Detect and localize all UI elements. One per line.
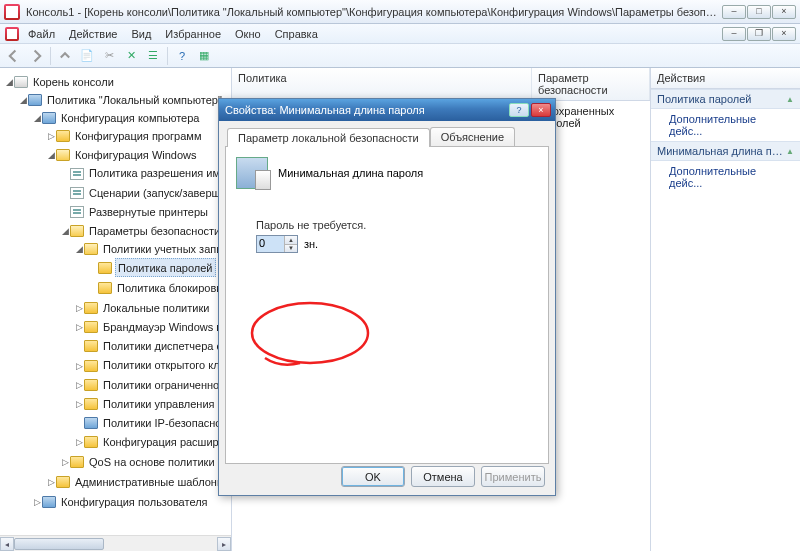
- child-close-button[interactable]: ×: [772, 27, 796, 41]
- menu-window[interactable]: Окно: [229, 26, 267, 42]
- tree-admtmpl[interactable]: Административные шаблоны: [75, 476, 225, 488]
- policy-name-label: Минимальная длина пароля: [278, 167, 423, 179]
- tree-netmgr[interactable]: Политики диспетчера спи: [103, 340, 231, 352]
- tree-acctpol[interactable]: Политики учетных записе: [103, 243, 231, 255]
- tree-lockpol[interactable]: Политика блокировки: [117, 282, 227, 294]
- folder-icon: [84, 360, 98, 372]
- menu-help[interactable]: Справка: [269, 26, 324, 42]
- folder-icon: [98, 262, 112, 274]
- toolbar: 📄 ✂ ✕ ☰ ? ▦: [0, 44, 800, 68]
- policy-large-icon: [236, 157, 268, 189]
- close-button[interactable]: ×: [772, 5, 796, 19]
- tree-pwdpol[interactable]: Политика паролей: [118, 262, 213, 274]
- dialog-titlebar[interactable]: Свойства: Минимальная длина пароля ? ×: [219, 99, 555, 121]
- child-restore-button[interactable]: ❐: [747, 27, 771, 41]
- apply-button[interactable]: Применить: [481, 466, 545, 487]
- view-button[interactable]: ▦: [194, 46, 214, 66]
- col-param[interactable]: Параметр безопасности: [532, 68, 650, 100]
- tab-local-security[interactable]: Параметр локальной безопасности: [227, 128, 430, 147]
- menu-favorites[interactable]: Избранное: [159, 26, 227, 42]
- app-icon: [4, 4, 20, 20]
- dialog-title: Свойства: Минимальная длина пароля: [223, 104, 509, 116]
- tree-winconf[interactable]: Конфигурация Windows: [75, 149, 197, 161]
- folder-icon: [56, 149, 70, 161]
- folder-icon: [84, 243, 98, 255]
- spinner-value[interactable]: 0: [257, 236, 284, 252]
- menu-file[interactable]: Файл: [22, 26, 61, 42]
- tree-userconf[interactable]: Конфигурация пользователя: [61, 496, 208, 508]
- window-titlebar: Консоль1 - [Корень консоли\Политика "Лок…: [0, 0, 800, 24]
- folder-icon: [84, 340, 98, 352]
- ipsec-icon: [84, 417, 98, 429]
- tree-compconf[interactable]: Конфигурация компьютера: [61, 112, 199, 124]
- menubar: Файл Действие Вид Избранное Окно Справка…: [0, 24, 800, 44]
- tree-nameres[interactable]: Политика разрешения имен: [89, 168, 231, 180]
- tree-secsettings[interactable]: Параметры безопасности: [89, 225, 220, 237]
- qos-icon: [70, 456, 84, 468]
- col-policy[interactable]: Политика: [232, 68, 532, 100]
- tree-restricted[interactable]: Политики ограниченного: [103, 379, 229, 391]
- tree-swsettings[interactable]: Конфигурация программ: [75, 130, 201, 142]
- tree-policy[interactable]: Политика "Локальный компьютер": [47, 94, 222, 106]
- policy-icon: [28, 94, 42, 106]
- tree-pubkey[interactable]: Политики открытого клю: [103, 360, 228, 372]
- value-spinner[interactable]: 0 ▲ ▼: [256, 235, 298, 253]
- computer-icon: [42, 112, 56, 124]
- properties-button[interactable]: ☰: [143, 46, 163, 66]
- toolbar-folder-icon[interactable]: 📄: [77, 46, 97, 66]
- app-menu-icon: [4, 26, 20, 42]
- doc-icon: [70, 168, 84, 180]
- child-minimize-button[interactable]: –: [722, 27, 746, 41]
- printer-icon: [70, 206, 84, 218]
- actions-group-2[interactable]: Минимальная длина пароля▲: [651, 141, 800, 161]
- tree-ipsec[interactable]: Политики IP-безопасност: [103, 417, 231, 429]
- actions-link-1[interactable]: Дополнительные дейс...: [651, 109, 800, 141]
- actions-group-1[interactable]: Политика паролей▲: [651, 89, 800, 109]
- doc-icon: [70, 187, 84, 199]
- actions-header: Действия: [651, 68, 800, 89]
- up-button[interactable]: [55, 46, 75, 66]
- tree-advaudit[interactable]: Конфигурация расширен: [103, 436, 231, 448]
- folder-icon: [84, 436, 98, 448]
- tree-qos[interactable]: QoS на основе политики: [89, 456, 215, 468]
- chevron-up-icon: ▲: [786, 95, 794, 104]
- ok-button[interactable]: OK: [341, 466, 405, 487]
- tree-pane: ◢Корень консоли ◢Политика "Локальный ком…: [0, 68, 232, 551]
- nav-back-button[interactable]: [4, 46, 24, 66]
- cancel-button[interactable]: Отмена: [411, 466, 475, 487]
- scroll-right-button[interactable]: ▸: [217, 537, 231, 551]
- tree-firewall[interactable]: Брандмауэр Windows в ре: [103, 321, 231, 333]
- tree-localp[interactable]: Локальные политики: [103, 302, 209, 314]
- nav-forward-button[interactable]: [26, 46, 46, 66]
- delete-button[interactable]: ✕: [121, 46, 141, 66]
- tree-appctrl[interactable]: Политики управления при: [103, 398, 231, 410]
- tree-horizontal-scrollbar[interactable]: ◂ ▸: [0, 535, 231, 551]
- menu-action[interactable]: Действие: [63, 26, 123, 42]
- folder-icon: [84, 321, 98, 333]
- maximize-button[interactable]: □: [747, 5, 771, 19]
- scroll-thumb[interactable]: [14, 538, 104, 550]
- help-button[interactable]: ?: [172, 46, 192, 66]
- dialog-tabstrip: Параметр локальной безопасности Объяснен…: [227, 127, 549, 146]
- menu-view[interactable]: Вид: [125, 26, 157, 42]
- folder-icon: [84, 302, 98, 314]
- tree-root[interactable]: Корень консоли: [33, 76, 114, 88]
- folder-icon: [84, 379, 98, 391]
- chevron-up-icon: ▲: [786, 147, 794, 156]
- folder-icon: [84, 398, 98, 410]
- minimize-button[interactable]: –: [722, 5, 746, 19]
- console-tree[interactable]: ◢Корень консоли ◢Политика "Локальный ком…: [0, 72, 231, 513]
- dialog-help-button[interactable]: ?: [509, 103, 529, 117]
- spinner-down-button[interactable]: ▼: [284, 244, 297, 253]
- unit-label: зн.: [304, 238, 318, 250]
- tree-scripts[interactable]: Сценарии (запуск/завершени: [89, 187, 231, 199]
- scroll-left-button[interactable]: ◂: [0, 537, 14, 551]
- tree-printers[interactable]: Развернутые принтеры: [89, 206, 208, 218]
- dialog-close-button[interactable]: ×: [531, 103, 551, 117]
- actions-link-2[interactable]: Дополнительные дейс...: [651, 161, 800, 193]
- folder-icon: [98, 282, 112, 294]
- cut-button[interactable]: ✂: [99, 46, 119, 66]
- tab-explanation[interactable]: Объяснение: [430, 127, 515, 146]
- dialog-tabpanel: Минимальная длина пароля Пароль не требу…: [225, 146, 549, 464]
- spinner-up-button[interactable]: ▲: [284, 236, 297, 244]
